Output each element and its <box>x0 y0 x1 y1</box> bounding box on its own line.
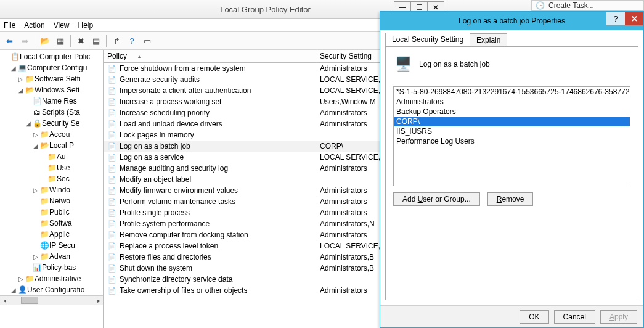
up-button[interactable]: 📂 <box>38 34 52 47</box>
tree-item-label: Public <box>49 208 70 216</box>
folder-icon: 📁 <box>25 75 35 83</box>
policy-icon: 📄 <box>107 154 117 162</box>
tree-item[interactable]: ▷📁Accou <box>0 129 103 140</box>
help-button[interactable]: ? <box>125 34 139 47</box>
tree-expander-icon[interactable]: ◢ <box>10 287 17 293</box>
tree-item-label: Windo <box>49 186 70 194</box>
policy-header: 🖥️ Log on as a batch job <box>393 54 630 74</box>
tree-item[interactable]: ◢🔒Security Se <box>0 118 103 129</box>
member-item[interactable]: IIS_IUSRS <box>394 126 630 136</box>
tree-expander-icon[interactable]: ▷ <box>17 276 25 282</box>
add-user-or-group-button[interactable]: Add User or Group... <box>393 192 480 206</box>
member-item[interactable]: Backup Operators <box>394 107 630 117</box>
tree-item-label: Security Se <box>42 119 79 128</box>
ok-button[interactable]: OK <box>520 310 548 324</box>
tree-item[interactable]: 📁Softwa <box>0 218 103 229</box>
member-item[interactable]: Administrators <box>394 97 630 107</box>
members-listbox[interactable]: *S-1-5-80-2698847080-2132291674-15536657… <box>393 86 630 186</box>
apply-button[interactable]: Apply <box>600 310 637 324</box>
tree-item[interactable]: ◢📂Windows Sett <box>0 84 103 96</box>
policy-icon: 📄 <box>107 165 117 173</box>
policy-icon: 📄 <box>107 131 117 139</box>
policy-icon: 📄 <box>107 209 117 217</box>
policy-icon: 🖥️ <box>393 54 413 74</box>
tree-horizontal-scrollbar[interactable]: ◂ ▸ <box>0 295 103 305</box>
folder-icon: 📁 <box>39 208 49 216</box>
tab-local-security-setting[interactable]: Local Security Setting <box>385 33 470 46</box>
folder-icon: 📋 <box>10 52 20 61</box>
export-button[interactable]: ↱ <box>110 34 123 47</box>
member-item[interactable]: CORP\ <box>394 117 630 126</box>
scrollbar-thumb[interactable] <box>21 297 38 304</box>
task-icon: 🕒 <box>536 1 545 10</box>
tree-item-label: Advan <box>49 252 70 261</box>
tree-item[interactable]: 🌐IP Secu <box>0 240 103 251</box>
remove-button[interactable]: Remove <box>487 192 534 206</box>
tree-item[interactable]: 🗂Scripts (Sta <box>0 107 103 118</box>
folder-icon: 📁 <box>39 252 49 261</box>
tree-item[interactable]: ▷📁Advan <box>0 251 103 262</box>
tree-item[interactable]: ◢📂Local P <box>0 140 103 151</box>
tree-expander-icon[interactable]: ▷ <box>32 187 39 194</box>
dialog-close-button[interactable]: ✕ <box>625 12 643 25</box>
tree-item[interactable]: 📊Policy-bas <box>0 262 103 273</box>
tree-item[interactable]: ▷📁Windo <box>0 184 103 195</box>
tree-expander-icon[interactable]: ▷ <box>17 76 25 83</box>
tree-item[interactable]: ▷📁Administrative <box>0 273 103 284</box>
tree-expander-icon[interactable]: ◢ <box>17 87 25 94</box>
show-hide-tree-button[interactable]: ▦ <box>54 34 67 47</box>
menu-help[interactable]: Help <box>78 21 94 30</box>
tab-explain[interactable]: Explain <box>470 33 507 46</box>
delete-button[interactable]: ✖ <box>74 34 88 47</box>
forward-button[interactable]: ➡ <box>18 34 31 47</box>
tree-item[interactable]: 📁Au <box>0 151 103 162</box>
policy-name-cell: Increase a process working set <box>120 97 221 106</box>
create-task-item[interactable]: 🕒 Create Task... <box>531 0 644 11</box>
policy-name-cell: Impersonate a client after authenticatio… <box>120 86 251 95</box>
folder-icon: 📂 <box>39 141 49 150</box>
filter-button[interactable]: ▭ <box>141 34 154 47</box>
tree-expander-icon[interactable]: ◢ <box>25 120 32 127</box>
window-title: Local Group Policy Editor <box>220 5 311 14</box>
tree-item[interactable]: 📁Use <box>0 162 103 173</box>
folder-icon: 🗂 <box>32 108 42 117</box>
tree-item[interactable]: 📄Name Res <box>0 96 103 107</box>
policy-name-cell: Shut down the system <box>120 264 192 273</box>
policy-icon: 📄 <box>107 198 117 206</box>
tree-item[interactable]: 📁Netwo <box>0 195 103 207</box>
cancel-button[interactable]: Cancel <box>554 310 595 324</box>
menu-file[interactable]: File <box>4 21 15 30</box>
policy-icon: 📄 <box>107 120 117 128</box>
dialog-tabs: Local Security Setting Explain <box>385 33 638 46</box>
tree-expander-icon[interactable]: ▷ <box>32 131 39 138</box>
tree-item[interactable]: 📁Applic <box>0 229 103 240</box>
tree-item-label: Software Setti <box>35 75 81 83</box>
tree-item[interactable]: 📁Sec <box>0 173 103 184</box>
policy-name-cell: Synchronize directory service data <box>120 275 232 284</box>
tree-expander-icon[interactable]: ◢ <box>32 142 39 149</box>
menu-view[interactable]: View <box>54 21 70 30</box>
sort-asc-icon: ▴ <box>138 54 141 59</box>
folder-icon: 📁 <box>39 130 49 139</box>
tree-item[interactable]: 📋Local Computer Polic <box>0 51 103 62</box>
dialog-help-button[interactable]: ? <box>606 12 625 25</box>
tree-item-label: Local P <box>49 141 74 150</box>
tree-item[interactable]: ◢💻Computer Configu <box>0 62 103 73</box>
folder-icon: 📁 <box>39 230 49 239</box>
member-item[interactable]: *S-1-5-80-2698847080-2132291674-15536657… <box>394 87 630 97</box>
tree-item[interactable]: 📁Public <box>0 207 103 218</box>
scope-tree[interactable]: 📋Local Computer Polic◢💻Computer Configu▷… <box>0 50 104 328</box>
column-header-policy[interactable]: Policy ▴ <box>104 50 316 62</box>
properties-button[interactable]: ▤ <box>89 34 103 47</box>
policy-icon: 📄 <box>107 187 117 195</box>
tree-item[interactable]: ▷📁Software Setti <box>0 73 103 84</box>
folder-icon: 📁 <box>25 274 35 283</box>
member-item[interactable]: Performance Log Users <box>394 136 630 146</box>
policy-icon: 📄 <box>107 76 117 84</box>
tree-item[interactable]: ◢👤User Configuratio <box>0 284 103 295</box>
back-button[interactable]: ⬅ <box>2 34 16 47</box>
tree-item-label: Policy-bas <box>42 263 76 272</box>
tree-expander-icon[interactable]: ◢ <box>10 65 17 72</box>
menu-action[interactable]: Action <box>24 21 44 30</box>
tree-expander-icon[interactable]: ▷ <box>32 253 39 260</box>
